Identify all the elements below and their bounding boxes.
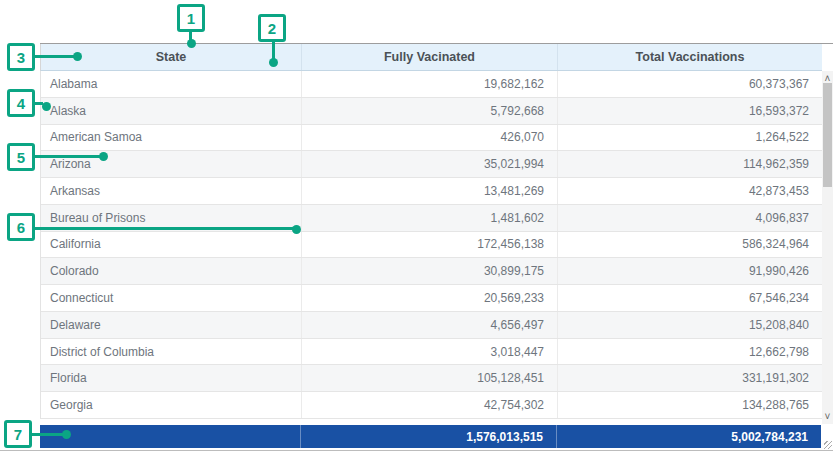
total-vaccinations-cell: 114,962,359 [558, 151, 822, 177]
callout-3: 3 [7, 43, 35, 71]
callout-3-connector [34, 55, 74, 58]
fully-vacinated-cell: 35,021,994 [302, 151, 558, 177]
table-row[interactable]: Delaware 4,656,497 15,208,840 [41, 312, 822, 339]
table-body: Alabama 19,682,162 60,373,367 Alaska 5,7… [40, 71, 822, 419]
fully-vacinated-cell: 19,682,162 [302, 71, 558, 97]
total-vaccinations-cell: 12,662,798 [558, 339, 822, 365]
total-vaccinations-cell: 586,324,964 [558, 232, 822, 258]
total-vaccinations-cell: 60,373,367 [558, 71, 822, 97]
scroll-down-icon[interactable]: ˅ [822, 409, 833, 424]
column-header-fully-vacinated[interactable]: Fully Vacinated [302, 44, 558, 70]
callout-5: 5 [7, 143, 35, 171]
total-vaccinations-cell: 67,546,234 [558, 285, 822, 311]
table-row[interactable]: Colorado 30,899,175 91,990,426 [41, 258, 822, 285]
summary-fully-vacinated-total: 1,576,013,515 [301, 425, 557, 448]
table-row[interactable]: Arizona 35,021,994 114,962,359 [41, 151, 822, 178]
bottom-divider [0, 450, 833, 451]
fully-vacinated-cell: 30,899,175 [302, 258, 558, 284]
callout-1: 1 [177, 4, 205, 32]
total-vaccinations-cell: 15,208,840 [558, 312, 822, 338]
summary-state-cell [40, 425, 301, 448]
fully-vacinated-cell: 426,070 [302, 125, 558, 151]
fully-vacinated-cell: 105,128,451 [302, 365, 558, 391]
column-header-total-vaccinations[interactable]: Total Vaccinations [558, 44, 822, 70]
table-row[interactable]: District of Columbia 3,018,447 12,662,79… [41, 339, 822, 366]
state-cell: Delaware [41, 312, 302, 338]
fully-vacinated-cell: 13,481,269 [302, 178, 558, 204]
callout-4-dot [42, 102, 51, 111]
vertical-scrollbar[interactable]: ˄ ˅ [822, 71, 833, 424]
fully-vacinated-cell: 1,481,602 [302, 205, 558, 231]
state-cell: District of Columbia [41, 339, 302, 365]
callout-3-dot [73, 52, 82, 61]
fully-vacinated-cell: 3,018,447 [302, 339, 558, 365]
table-header-row: State Fully Vacinated Total Vaccinations [40, 44, 822, 71]
callout-5-dot [99, 152, 108, 161]
table-row[interactable]: Connecticut 20,569,233 67,546,234 [41, 285, 822, 312]
total-vaccinations-cell: 4,096,837 [558, 205, 822, 231]
state-cell: Connecticut [41, 285, 302, 311]
table-row[interactable]: Florida 105,128,451 331,191,302 [41, 365, 822, 392]
total-vaccinations-cell: 1,264,522 [558, 125, 822, 151]
callout-6: 6 [7, 213, 35, 241]
fully-vacinated-cell: 42,754,302 [302, 392, 558, 418]
state-cell: Alabama [41, 71, 302, 97]
fully-vacinated-cell: 20,569,233 [302, 285, 558, 311]
table-row[interactable]: Alabama 19,682,162 60,373,367 [41, 71, 822, 98]
callout-7: 7 [4, 420, 32, 448]
table-row[interactable]: Arkansas 13,481,269 42,873,453 [41, 178, 822, 205]
fully-vacinated-cell: 4,656,497 [302, 312, 558, 338]
total-vaccinations-cell: 16,593,372 [558, 98, 822, 124]
state-cell: American Samoa [41, 125, 302, 151]
table-row[interactable]: American Samoa 426,070 1,264,522 [41, 125, 822, 152]
total-vaccinations-cell: 42,873,453 [558, 178, 822, 204]
callout-5-connector [34, 155, 100, 158]
state-cell: Arkansas [41, 178, 302, 204]
total-vaccinations-cell: 134,288,765 [558, 392, 822, 418]
table-row[interactable]: Alaska 5,792,668 16,593,372 [41, 98, 822, 125]
callout-6-dot [292, 225, 301, 234]
resize-grip-icon [824, 441, 832, 449]
table-row[interactable]: California 172,456,138 586,324,964 [41, 232, 822, 259]
state-cell: Georgia [41, 392, 302, 418]
table-summary-row: 1,576,013,515 5,002,784,231 [40, 425, 821, 448]
scrollbar-thumb[interactable] [823, 83, 832, 187]
callout-7-connector [31, 433, 63, 436]
summary-total-vaccinations-total: 5,002,784,231 [557, 425, 821, 448]
callout-2-dot [269, 58, 278, 67]
fully-vacinated-cell: 5,792,668 [302, 98, 558, 124]
total-vaccinations-cell: 91,990,426 [558, 258, 822, 284]
state-cell: Colorado [41, 258, 302, 284]
callout-1-dot [187, 39, 196, 48]
callout-2: 2 [258, 14, 286, 42]
state-cell: Alaska [41, 98, 302, 124]
table-row[interactable]: Georgia 42,754,302 134,288,765 [41, 392, 822, 419]
state-cell: California [41, 232, 302, 258]
total-vaccinations-cell: 331,191,302 [558, 365, 822, 391]
callout-6-connector [34, 227, 293, 230]
fully-vacinated-cell: 172,456,138 [302, 232, 558, 258]
state-cell: Florida [41, 365, 302, 391]
callout-4: 4 [7, 89, 35, 117]
callout-7-dot [62, 430, 71, 439]
